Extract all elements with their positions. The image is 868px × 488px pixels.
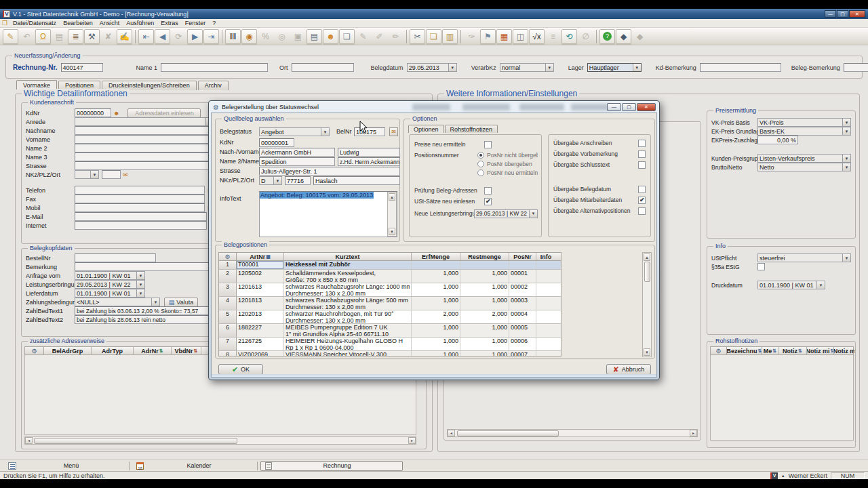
column-erfmenge[interactable]: ErfMenge	[412, 253, 460, 260]
print-button[interactable]: ▤	[307, 29, 322, 44]
liefer-date-dropdown[interactable]: 01.01.1900 | KW 01▼	[75, 289, 145, 298]
dialog-maximize-button[interactable]: ▢	[622, 103, 636, 111]
menu-dateidatensatz[interactable]: Datei/Datensatz	[9, 20, 60, 26]
name3-field[interactable]: z.Hd. Herrn Ackermann	[338, 157, 400, 166]
email-field[interactable]	[75, 212, 207, 221]
abbruch-button[interactable]: ✘Abbruch	[606, 364, 651, 375]
rohstoff-column-1[interactable]: Bezeichnu⇅	[727, 347, 762, 354]
person-search-button[interactable]: ◉	[241, 29, 257, 44]
tab-optionen[interactable]: Optionen	[408, 125, 444, 133]
menu-ansicht[interactable]: Ansicht	[96, 20, 123, 26]
table-row[interactable]: 61882227MEIBES Pumpengruppe Edition 7 UK…	[219, 324, 561, 338]
mobil-field[interactable]	[75, 203, 205, 212]
beleg-bemerkung-field[interactable]	[844, 63, 868, 72]
rohstoff-column-2[interactable]: Me⇅	[762, 347, 778, 354]
zahlbedtext1-field[interactable]: bei Zahlung bis 03.06.13 2,00 % Skonto= …	[75, 306, 214, 315]
horizontal-scrollbar[interactable]: ◂ ▸	[447, 429, 698, 437]
nav-prev-button[interactable]: ◀	[155, 29, 170, 44]
nkz-dropdown[interactable]: ▼	[75, 170, 99, 179]
ust-einlesen-checkbox[interactable]	[484, 198, 492, 205]
neue-leistung-dropdown[interactable]: 29.05.2013 | KW 22▼	[474, 209, 538, 218]
table-settings-button[interactable]: ⚙	[25, 347, 44, 354]
rohstoff-column-4[interactable]: Notiz mi⇅	[807, 347, 834, 354]
scrollbar-thumb[interactable]	[644, 262, 650, 282]
zahlungsbedingung-dropdown[interactable]: <NULL>▼	[75, 298, 160, 306]
table-row[interactable]: 1T00001Heizkessel mit Zubhör	[219, 261, 561, 270]
name1-field[interactable]	[161, 63, 268, 72]
menu-extras[interactable]: Extras	[157, 20, 182, 26]
menu-ausfhren[interactable]: Ausführen	[123, 20, 157, 26]
checkbox--bergabe-belegdatum[interactable]	[638, 186, 646, 193]
table-row[interactable]: 21205002Schalldämmendes Kesselpodest,Grö…	[219, 270, 561, 283]
nachname-field[interactable]: Ackermann GmbH	[259, 148, 335, 157]
table-settings-button[interactable]: ⚙	[711, 347, 727, 354]
cut-button[interactable]: ✂	[410, 29, 425, 44]
taskbar-kalender[interactable]: 18Kalender	[132, 461, 254, 471]
print-3d-button[interactable]: ◫	[513, 29, 528, 44]
vorname-field[interactable]	[75, 135, 214, 144]
minimize-button[interactable]: —	[825, 10, 836, 18]
tab-archiv[interactable]: Archiv	[198, 81, 229, 90]
copy-record-button[interactable]: ❏	[339, 29, 355, 44]
column-artnr[interactable]: ArtNr▦	[237, 253, 284, 260]
lock-button[interactable]: Ω	[35, 29, 51, 44]
help-button[interactable]: ?	[599, 29, 615, 44]
checkbox--bergabe-anschreiben[interactable]	[638, 140, 646, 147]
table-row[interactable]: 72126725HEIMEIER Heizungs-Kugelhahn GLOB…	[219, 338, 561, 351]
checkbox--bergabe-schlusstext[interactable]	[638, 161, 646, 169]
nav-first-button[interactable]: ⇤	[138, 29, 154, 44]
rohstoff-column-5[interactable]: Notiz m	[834, 347, 854, 354]
fax-field[interactable]	[75, 195, 205, 203]
vertical-scrollbar[interactable]: ▲ ▼	[387, 192, 397, 237]
ort-field[interactable]: Haslach	[313, 176, 400, 185]
adr-column-4[interactable]: VbdNr⇅	[172, 347, 201, 354]
taskbar-rechnung[interactable]: Rechnung	[260, 461, 403, 471]
edit-tools-button[interactable]: ⚒	[84, 29, 100, 44]
ek-preis-dropdown[interactable]: Basis-EK▼	[757, 127, 851, 136]
horizontal-scrollbar[interactable]: ◂ ▸	[24, 436, 416, 445]
adr-column-3[interactable]: AdrNr⇅	[134, 347, 172, 354]
scroll-left-icon[interactable]: ◂	[25, 437, 33, 444]
radio-posnr-uebergeben[interactable]	[477, 161, 484, 167]
radio-posnr-nicht[interactable]	[477, 152, 484, 159]
name2-field[interactable]	[75, 144, 214, 152]
kdnr-field[interactable]: 00000001	[259, 138, 294, 147]
vk-preis-dropdown[interactable]: VK-Preis▼	[757, 118, 851, 127]
column-posnr[interactable]: PosNr	[509, 253, 536, 260]
plz-field[interactable]	[102, 170, 121, 179]
brutto-netto-dropdown[interactable]: Netto▼	[757, 163, 851, 171]
table-row[interactable]: 41201813schwarzes Rauchabzugsrohr Länge:…	[219, 297, 561, 310]
checkbox--bergabe-alternativpositionen[interactable]	[638, 207, 646, 215]
column-restmenge[interactable]: Restmenge	[460, 253, 509, 260]
anfrage-date-dropdown[interactable]: 01.01.1900 | KW 01▼	[75, 271, 145, 280]
tab-rohstoffnotizen[interactable]: Rohstoffnotizen	[445, 125, 498, 133]
dialog-close-button[interactable]: ✕	[637, 103, 656, 111]
checkbox--bergabe-mitarbeiterdaten[interactable]	[638, 197, 646, 204]
adr-column-2[interactable]: AdrTyp	[92, 347, 134, 354]
select-record-button[interactable]: ✍	[117, 29, 132, 44]
valuta-button[interactable]: ▤Valuta	[164, 298, 198, 307]
checkbox--bergabe-vorbemerkung[interactable]	[638, 150, 646, 158]
menu-fenster[interactable]: Fenster	[182, 20, 210, 26]
barcode-button[interactable]: ‖‖	[225, 29, 241, 44]
druckdatum-dropdown[interactable]: 01.01.1900 | KW 01▼	[757, 281, 825, 289]
table-row[interactable]: 8VIZ002069VIESSMANN Speicher Vitocell-V …	[219, 351, 561, 357]
estg-checkbox[interactable]	[757, 263, 765, 270]
leistung-date-dropdown[interactable]: 29.05.2013 | KW 22▼	[75, 280, 145, 289]
rohstoff-table-body[interactable]	[710, 355, 854, 441]
nav-next-button[interactable]: ▶	[187, 29, 203, 44]
copy-button[interactable]: ❏	[426, 29, 441, 44]
table-settings-button[interactable]: ⚙	[219, 253, 237, 260]
ort-field[interactable]	[292, 63, 354, 72]
nachname-field[interactable]	[75, 126, 214, 135]
telefon-field[interactable]	[75, 186, 205, 195]
zahlbedtext2-field[interactable]: bei Zahlung bis 28.06.13 rein netto	[75, 315, 214, 324]
nkz-dropdown[interactable]: D▼	[259, 176, 282, 185]
name2-field[interactable]: Spedition	[259, 157, 335, 166]
kdnr-field[interactable]: 00000000	[75, 108, 111, 117]
vertical-scrollbar[interactable]: ▲ ▼	[642, 252, 652, 357]
scrollbar-thumb[interactable]	[34, 438, 237, 444]
internet-field[interactable]	[75, 221, 207, 230]
table-row[interactable]: 31201613schwarzes Rauchabzugsrohr Länge:…	[219, 283, 561, 297]
kd-bemerkung-field[interactable]	[700, 63, 781, 72]
